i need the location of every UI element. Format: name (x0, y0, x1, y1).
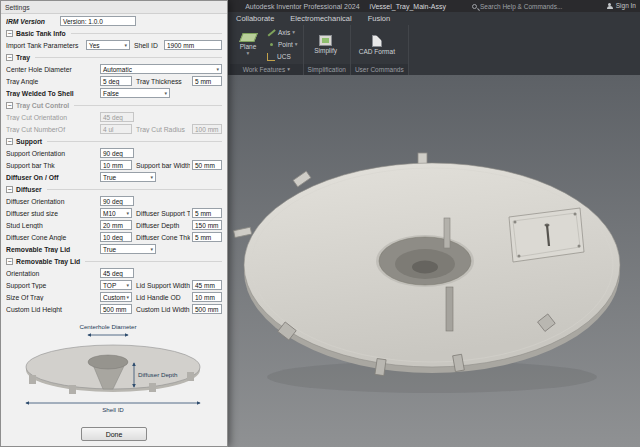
settings-title-bar[interactable]: Settings (1, 1, 227, 14)
collapse-icon: − (6, 186, 13, 193)
ribbon-tools: Plane ▾ Axis ▾ Point ▾ (230, 25, 640, 75)
dropdown-caret-icon: ▾ (126, 294, 129, 300)
lid-orientation-field[interactable]: 45 deg (100, 268, 134, 278)
chevron-down-icon: ▾ (247, 51, 250, 57)
point-label: Point (278, 41, 293, 48)
support-orientation-field[interactable]: 90 deg (100, 148, 134, 158)
tray-cut-radius-field: 100 mm (192, 124, 222, 134)
tray-cut-orientation-field: 45 deg (100, 112, 134, 122)
diffuser-toggle-row: Diffuser On / Off True▾ (1, 171, 227, 183)
cone-angle-row: Diffuser Cone Angle 10 deg Diffuser Cone… (1, 231, 227, 243)
diagram-depth-label: Diffuser Depth (138, 371, 178, 378)
tray-thickness-field[interactable]: 5 mm (192, 76, 222, 86)
tab-collaborate[interactable]: Collaborate (236, 14, 274, 23)
basic-row: Import Tank Parameters Yes▾ Shell ID 190… (1, 39, 227, 51)
panel-work-features: Plane ▾ Axis ▾ Point ▾ (230, 25, 304, 75)
custom-lid-width-field[interactable]: 500 mm (192, 304, 222, 314)
search-icon (472, 4, 477, 9)
collapse-icon: − (6, 258, 13, 265)
cad-format-button[interactable]: CAD Format (354, 27, 400, 62)
preview-tab (187, 372, 194, 381)
tray-model-scene (228, 75, 640, 447)
collapse-icon: − (6, 30, 13, 37)
diffuser-cone-angle-field[interactable]: 10 deg (100, 232, 132, 242)
tray-angle-row: Tray Angle 5 deg Tray Thickness 5 mm (1, 75, 227, 87)
shell-id-field[interactable]: 1900 mm (164, 40, 222, 50)
group-removable-tray-lid[interactable]: − Removable Tray Lid (1, 255, 227, 267)
import-tank-parameters-select[interactable]: Yes▾ (86, 40, 130, 50)
tray-preview-diagram: Centerhole Diameter Diffuser Depth Shell… (7, 319, 221, 415)
point-button[interactable]: Point ▾ (265, 39, 300, 50)
simplify-label: Simplify (314, 47, 337, 54)
axis-label: Axis (278, 29, 290, 36)
diffuser-orientation-field[interactable]: 90 deg (100, 196, 134, 206)
viewport-3d[interactable] (228, 75, 640, 447)
lid-handle-od-field[interactable]: 10 mm (192, 292, 222, 302)
diffuser-cone-thk-field[interactable]: 5 mm (192, 232, 222, 242)
preview-tab (69, 385, 76, 394)
dropdown-caret-icon: ▾ (126, 210, 129, 216)
stud-length-row: Stud Length 20 mm Diffuser Depth 150 mm (1, 219, 227, 231)
done-button[interactable]: Done (81, 427, 147, 441)
sign-in-button[interactable]: Sign In (607, 2, 636, 9)
plane-button[interactable]: Plane ▾ (233, 27, 263, 62)
document-name: iVessel_Tray_Main-Assy (370, 3, 446, 10)
panel-simplification: Simplify Simplification (304, 25, 351, 75)
lid-support-row: Support Type TOP▾ Lid Support Width 45 m… (1, 279, 227, 291)
diffuser-support-thk-field[interactable]: 5 mm (192, 208, 222, 218)
diffuser-on-off-select[interactable]: True▾ (100, 172, 156, 182)
chevron-down-icon: ▾ (292, 30, 295, 36)
preview-tab (149, 383, 156, 392)
center-hole-diameter-select[interactable]: Automatic▾ (100, 64, 222, 74)
tray-cut-number-field: 4 ul (100, 124, 132, 134)
removable-tray-lid-select[interactable]: True▾ (100, 244, 156, 254)
tab-fusion[interactable]: Fusion (368, 14, 391, 23)
collapse-icon: − (6, 138, 13, 145)
tab-electromechanical[interactable]: Electromechanical (290, 14, 351, 23)
lid-support-width-field[interactable]: 45 mm (192, 280, 222, 290)
tray-angle-field[interactable]: 5 deg (100, 76, 132, 86)
tray-welded-select[interactable]: False▾ (100, 88, 170, 98)
custom-lid-height-field[interactable]: 500 mm (100, 304, 132, 314)
settings-form: IRM Version Version: 1.0.0 − Basic Tank … (1, 14, 227, 422)
tray-cut-number-row: Tray Cut NumberOf 4 ul Tray Cut Radius 1… (1, 123, 227, 135)
user-icon (607, 3, 613, 9)
diffuser-stud-size-select[interactable]: M10▾ (100, 208, 132, 218)
preview-tab (29, 375, 36, 384)
dropdown-caret-icon: ▾ (216, 66, 219, 72)
ucs-icon (267, 53, 275, 61)
group-diffuser[interactable]: − Diffuser (1, 183, 227, 195)
support-bar-thk-field[interactable]: 10 mm (100, 160, 132, 170)
simplify-icon (319, 35, 332, 46)
simplify-button[interactable]: Simplify (307, 27, 345, 62)
search-placeholder: Search Help & Commands... (480, 3, 562, 10)
settings-footer: Done (1, 422, 227, 446)
search-input[interactable]: Search Help & Commands... (472, 2, 568, 11)
size-of-tray-select[interactable]: Custom▾ (100, 292, 132, 302)
version-field[interactable]: Version: 1.0.0 (60, 16, 136, 26)
group-basic-tank-info[interactable]: − Basic Tank Info (1, 27, 227, 39)
group-tray[interactable]: − Tray (1, 51, 227, 63)
diffuser-depth-field[interactable]: 150 mm (192, 220, 222, 230)
group-tray-cut-control[interactable]: − Tray Cut Control (1, 99, 227, 111)
app-window: Autodesk Inventor Professional 2024 iVes… (0, 0, 640, 447)
group-support[interactable]: − Support (1, 135, 227, 147)
stud-length-field[interactable]: 20 mm (100, 220, 132, 230)
panel-label-work-features[interactable]: Work Features ▾ (230, 64, 303, 75)
diffuser-stud-row: Diffuser stud size M10▾ Diffuser Support… (1, 207, 227, 219)
axis-icon (267, 28, 276, 37)
diffuser-orientation-row: Diffuser Orientation 90 deg (1, 195, 227, 207)
panel-label-simplification[interactable]: Simplification (304, 64, 350, 75)
panel-label-user-commands[interactable]: User Commands (351, 64, 408, 75)
collapse-icon: − (6, 54, 13, 61)
lid-orientation-row: Orientation 45 deg (1, 267, 227, 279)
support-bar-width-field[interactable]: 50 mm (192, 160, 222, 170)
plane-label: Plane (240, 43, 257, 50)
ucs-button[interactable]: UCS (265, 51, 300, 62)
preview-hole (88, 355, 128, 369)
support-type-select[interactable]: TOP▾ (100, 280, 132, 290)
chevron-down-icon: ▾ (287, 67, 290, 73)
axis-button[interactable]: Axis ▾ (265, 27, 300, 38)
lid-size-row: Size Of Tray Custom▾ Lid Handle OD 10 mm (1, 291, 227, 303)
cad-format-label: CAD Format (359, 48, 395, 55)
